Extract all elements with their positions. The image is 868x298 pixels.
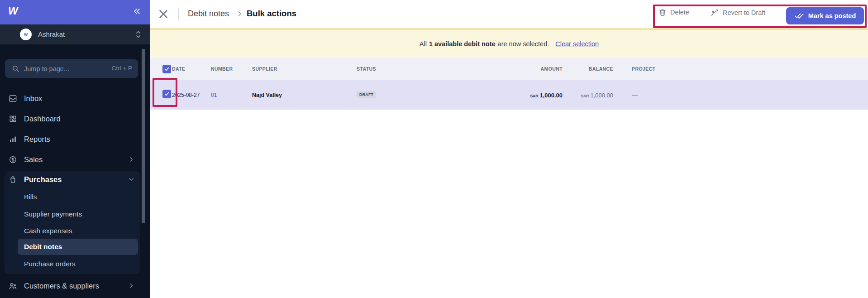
chevron-down-icon	[128, 176, 134, 183]
sidebar-scrollbar[interactable]	[142, 49, 145, 223]
double-check-icon	[794, 12, 804, 19]
column-header-supplier: SUPPLIER	[252, 66, 277, 72]
sidebar: W W Ashrakat Ctrl + P Inbox	[0, 0, 150, 298]
column-header-number: NUMBER	[211, 66, 233, 72]
banner-suffix: are now selected.	[498, 40, 549, 48]
sidebar-item-label: Purchases	[24, 175, 62, 184]
table-row[interactable]: 2025-08-27 01 Najd Valley DRAFT SAR 1,00…	[150, 80, 868, 110]
cell-date: 2025-08-27	[172, 92, 200, 98]
mark-as-posted-button[interactable]: Mark as posted	[786, 7, 864, 24]
user-name: Ashrakat	[38, 30, 65, 38]
table-header: DATE NUMBER SUPPLIER STATUS AMOUNT BALAN…	[150, 58, 868, 80]
delete-button[interactable]: Delete	[658, 8, 689, 16]
page-title: Bulk actions	[247, 9, 296, 19]
amount-value: 1,000.00	[539, 92, 563, 99]
status-badge: DRAFT	[357, 91, 376, 98]
clear-selection-link[interactable]: Clear selection	[555, 40, 599, 48]
cell-project: —	[632, 92, 638, 99]
sidebar-item-dashboard[interactable]: Dashboard	[0, 111, 140, 127]
cell-status: DRAFT	[357, 92, 376, 99]
sidebar-item-label: Sales	[24, 155, 43, 164]
dashboard-icon	[9, 115, 17, 123]
app-root: W W Ashrakat Ctrl + P Inbox	[0, 0, 868, 298]
collapse-sidebar-icon[interactable]	[132, 7, 141, 16]
column-header-date: DATE	[172, 66, 185, 72]
people-icon	[9, 282, 18, 291]
sidebar-subitem-label: Debit notes	[24, 243, 62, 251]
chevron-right-icon	[128, 156, 134, 163]
search-icon	[12, 65, 19, 72]
sidebar-item-cash-expenses[interactable]: Cash expenses	[5, 223, 140, 239]
sidebar-item-purchase-orders[interactable]: Purchase orders	[5, 256, 140, 272]
search-shortcut-hint: Ctrl + P	[112, 65, 132, 72]
bar-chart-icon	[9, 135, 17, 144]
sales-dollar-icon	[9, 155, 17, 164]
sidebar-subitem-label: Supplier payments	[24, 210, 82, 218]
sidebar-subitem-label: Cash expenses	[24, 227, 72, 235]
cell-number-link[interactable]: 01	[211, 92, 217, 98]
sidebar-item-bills[interactable]: Bills	[5, 189, 140, 205]
selection-banner: All 1 available debit note are now selec…	[150, 29, 868, 58]
cell-supplier: Najd Valley	[252, 92, 282, 98]
cell-amount: SAR 1,000.00	[530, 92, 563, 99]
checkmark-icon	[164, 91, 170, 97]
column-header-balance: BALANCE	[589, 66, 613, 72]
avatar: W	[20, 29, 32, 40]
banner-count-text: 1 available debit note	[429, 40, 496, 48]
banner-prefix: All	[420, 40, 427, 48]
sidebar-item-debit-notes[interactable]: Debit notes	[5, 239, 140, 255]
delete-button-label: Delete	[670, 9, 689, 16]
row-checkbox[interactable]	[162, 90, 171, 98]
column-header-amount: AMOUNT	[541, 66, 563, 72]
currency-label: SAR	[581, 94, 589, 98]
account-switcher[interactable]: W Ashrakat	[0, 24, 150, 44]
cell-balance: SAR 1,000.00	[581, 92, 613, 99]
mark-as-posted-label: Mark as posted	[808, 12, 856, 19]
checkmark-icon	[164, 66, 170, 72]
sidebar-item-supplier-payments[interactable]: Supplier payments	[5, 206, 140, 222]
sidebar-subitem-label: Bills	[24, 193, 37, 201]
sidebar-item-reports[interactable]: Reports	[0, 131, 140, 148]
revert-to-draft-button[interactable]: Revert to Draft	[710, 8, 765, 17]
sidebar-item-label: Customers & suppliers	[24, 282, 99, 290]
currency-label: SAR	[530, 94, 538, 98]
revert-button-label: Revert to Draft	[723, 9, 765, 16]
select-all-checkbox[interactable]	[162, 65, 171, 73]
balance-value: 1,000.00	[590, 92, 613, 99]
sidebar-item-sales[interactable]: Sales	[0, 152, 140, 168]
breadcrumb-chevron-icon	[236, 10, 243, 17]
inbox-icon	[9, 94, 17, 103]
wafeq-logo-icon: W	[8, 5, 18, 17]
breadcrumb-parent[interactable]: Debit notes	[188, 9, 229, 19]
column-header-project: PROJECT	[632, 66, 655, 72]
sidebar-item-purchases[interactable]: Purchases	[0, 172, 140, 188]
topbar-divider	[178, 8, 179, 20]
sidebar-subitem-label: Purchase orders	[24, 260, 76, 268]
sidebar-item-label: Dashboard	[24, 115, 61, 123]
chevron-right-icon	[128, 283, 134, 289]
shopping-bag-icon	[9, 175, 17, 184]
jump-to-page-search[interactable]: Ctrl + P	[5, 59, 138, 78]
trash-icon	[658, 8, 667, 16]
bulk-actions-topbar: Debit notes Bulk actions Delete Revert t…	[150, 0, 868, 29]
search-input[interactable]	[24, 59, 96, 78]
chevron-up-down-icon	[135, 30, 141, 39]
sidebar-item-inbox[interactable]: Inbox	[0, 91, 140, 107]
sidebar-item-customers-suppliers[interactable]: Customers & suppliers	[0, 278, 140, 294]
sidebar-item-label: Inbox	[24, 94, 42, 103]
column-header-status: STATUS	[357, 66, 376, 72]
sidebar-brand-bar: W	[0, 0, 150, 24]
main-content: Debit notes Bulk actions Delete Revert t…	[150, 0, 868, 298]
close-icon[interactable]	[157, 8, 169, 20]
revert-draft-icon	[710, 8, 719, 17]
sidebar-item-label: Reports	[24, 135, 50, 144]
